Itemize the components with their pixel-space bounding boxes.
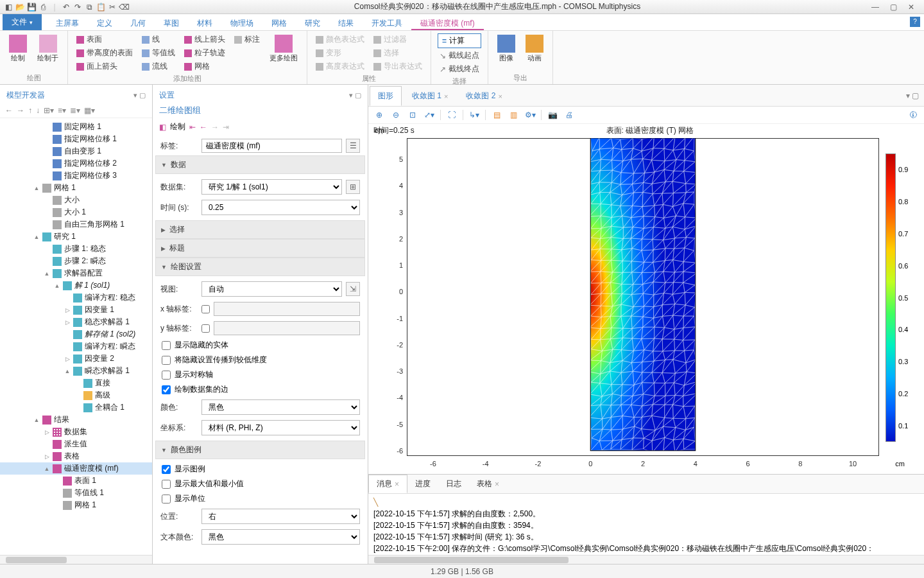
chart-area[interactable]: 时间=0.25 s 表面: 磁通密度模 (T) 网格 cm -6-5-4-3-2… [368, 124, 924, 474]
menu-tab-physics[interactable]: 物理场 [221, 14, 262, 30]
add-streamline[interactable]: 流线 [140, 60, 177, 73]
tree-item[interactable]: 指定网格位移 2 [0, 157, 152, 170]
cut-icon[interactable]: ✂ [108, 3, 117, 12]
tree-item[interactable]: 解存储 1 (sol2) [0, 328, 152, 340]
tree-item[interactable]: 高级 [0, 389, 152, 401]
down-icon[interactable]: ↓ [36, 106, 40, 115]
menu-tab-mesh[interactable]: 网格 [262, 14, 296, 30]
file-menu[interactable]: 文件 [3, 14, 42, 30]
tree-item[interactable]: ▲求解器配置 [0, 267, 152, 279]
gfx-tab-graphics[interactable]: 图形 [370, 86, 402, 106]
tree-item[interactable]: ▲磁通密度模 (mf) [0, 462, 152, 475]
view-suffix-icon[interactable]: ⇲ [346, 282, 360, 296]
tree-item[interactable]: 指定网格位移 3 [0, 170, 152, 182]
ex-icon[interactable]: ≣▾ [70, 106, 80, 115]
tree-item[interactable]: ▷数据集 [0, 426, 152, 438]
add-arrow-line[interactable]: 线上箭头 [182, 33, 227, 46]
tree-item[interactable]: 大小 [0, 194, 152, 206]
add-line[interactable]: 线 [140, 33, 177, 46]
extent-icon[interactable]: ⛶ [446, 109, 458, 121]
chk-hidden[interactable] [162, 341, 171, 350]
first-icon[interactable]: ⇤ [189, 123, 196, 132]
section-selection[interactable]: 选择 [155, 220, 365, 239]
redo-icon[interactable]: ↷ [73, 3, 82, 12]
tree-item[interactable]: 网格 1 [0, 499, 152, 511]
chk-edges[interactable] [162, 385, 171, 394]
tree-hscroll[interactable] [0, 555, 152, 564]
msg-hscroll[interactable] [368, 555, 924, 564]
tree-item[interactable]: ▲解 1 (sol1) [0, 279, 152, 292]
add-particle[interactable]: 粒子轨迹 [182, 47, 227, 59]
add-annotation[interactable]: 标注 [232, 33, 262, 46]
color-select[interactable]: 黑色 [201, 399, 360, 415]
add-arrow-surface[interactable]: 面上箭头 [74, 60, 135, 73]
section-title[interactable]: 标题 [155, 239, 365, 258]
tree-item[interactable]: 步骤 2: 瞬态 [0, 255, 152, 267]
tree-item[interactable]: ▷稳态求解器 1 [0, 316, 152, 328]
section-plotsettings[interactable]: 绘图设置 [155, 258, 365, 276]
export-image-button[interactable]: 图像 [495, 33, 518, 63]
zoomout-icon[interactable]: ⊖ [390, 109, 402, 121]
reset-icon[interactable]: ↳▾ [468, 109, 480, 121]
back-icon[interactable]: ← [5, 106, 13, 115]
tree-item[interactable]: ▲结果 [0, 414, 152, 426]
paste-icon[interactable]: 📋 [96, 3, 105, 12]
menu-tab-study[interactable]: 研究 [296, 14, 329, 30]
help-icon[interactable]: ? [910, 17, 920, 27]
menu-tab-materials[interactable]: 材料 [188, 14, 221, 30]
forward-icon[interactable]: → [17, 106, 24, 115]
msg-tab-messages[interactable]: 消息× [368, 475, 407, 493]
settings-menu-icon[interactable]: ▾ ▢ [349, 91, 361, 100]
tree-item[interactable]: 表面 1 [0, 475, 152, 487]
menu-tab-definitions[interactable]: 定义 [88, 14, 121, 30]
cutline-end[interactable]: ↗截线终点 [438, 63, 481, 75]
tree-item[interactable]: 自由变形 1 [0, 145, 152, 157]
print-icon[interactable]: 🖨 [563, 109, 575, 121]
show-icon[interactable]: ⊞▾ [44, 106, 54, 115]
tree-item[interactable]: ▲网格 1 [0, 182, 152, 194]
prev-icon[interactable]: ← [200, 123, 207, 132]
gfx-tab-conv2[interactable]: 收敛图 2× [458, 87, 509, 105]
tree-item[interactable]: ▷因变量 2 [0, 353, 152, 365]
chk-minmax[interactable] [162, 480, 171, 489]
add-surface-height[interactable]: 带高度的表面 [74, 47, 135, 59]
next-icon[interactable]: → [211, 123, 219, 132]
delete-icon[interactable]: ⌫ [119, 3, 128, 12]
tree-item[interactable]: 编译方程: 瞬态 [0, 340, 152, 353]
zoomin-icon[interactable]: ⊕ [373, 109, 385, 121]
save-as-icon[interactable]: ⎙ [38, 3, 47, 12]
menu-tab-sketch[interactable]: 草图 [155, 14, 188, 30]
tag-suffix-icon[interactable]: ☰ [346, 139, 360, 153]
zoombox-icon[interactable]: ⊡ [407, 109, 418, 121]
xaxis-check[interactable] [201, 305, 210, 313]
dataset-select[interactable]: 研究 1/解 1 (sol1) [201, 179, 342, 195]
camera-icon[interactable]: 📷 [547, 109, 558, 121]
plot-button[interactable]: 绘制 [6, 33, 30, 63]
add-mesh[interactable]: 网格 [182, 60, 227, 73]
msg-tab-progress[interactable]: 进度 [407, 475, 438, 493]
tree-item[interactable]: 等值线 1 [0, 487, 152, 499]
zoom-ext-icon[interactable]: ⤢▾ [424, 109, 435, 121]
more-plots-button[interactable]: 更多绘图 [267, 33, 300, 63]
tree-item[interactable]: ▲瞬态求解器 1 [0, 365, 152, 377]
compute-button[interactable]: =计算 [438, 33, 481, 48]
close-icon[interactable]: ✕ [905, 3, 918, 12]
tree-item[interactable]: 直接 [0, 377, 152, 389]
menu-tab-plotgroup[interactable]: 磁通密度模 (mf) [411, 14, 484, 30]
undo-icon[interactable]: ↶ [62, 3, 71, 12]
section-legend[interactable]: 颜色图例 [155, 441, 365, 459]
up-icon[interactable]: ↑ [28, 106, 32, 115]
tree-item[interactable]: ▷因变量 1 [0, 304, 152, 316]
add-contour[interactable]: 等值线 [140, 47, 177, 59]
copy-icon[interactable]: ⧉ [85, 3, 94, 12]
menu-tab-geometry[interactable]: 几何 [121, 14, 155, 30]
tree-item[interactable]: 自由三角形网格 1 [0, 218, 152, 231]
chk-unit[interactable] [162, 495, 171, 504]
more-icon[interactable]: ▦▾ [84, 106, 95, 115]
chk-showleg[interactable] [162, 465, 171, 474]
yaxis-check[interactable] [201, 324, 210, 333]
panel-menu-icon[interactable]: ▾ ▢ [133, 91, 146, 100]
tree-item[interactable]: 全耦合 1 [0, 401, 152, 414]
tree-item[interactable]: 固定网格 1 [0, 121, 152, 133]
gear-icon[interactable]: ⚙▾ [524, 109, 536, 121]
